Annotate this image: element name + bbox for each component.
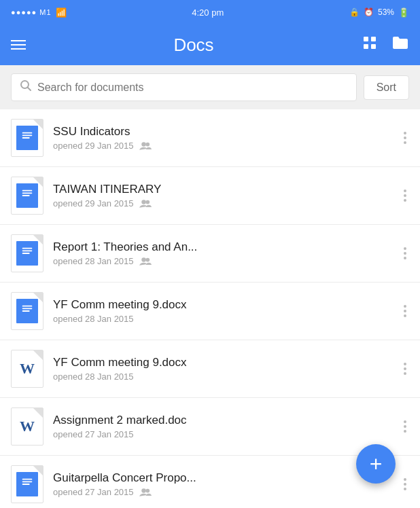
google-doc-icon xyxy=(11,177,43,215)
svg-rect-17 xyxy=(22,250,33,251)
svg-rect-16 xyxy=(22,248,33,249)
doc-date: opened 28 Jan 2015 xyxy=(53,314,134,324)
doc-date: opened 28 Jan 2015 xyxy=(53,256,134,266)
doc-more-button[interactable] xyxy=(397,360,409,378)
doc-more-button[interactable] xyxy=(397,475,409,493)
doc-icon-container xyxy=(11,465,43,503)
more-dot-2 xyxy=(404,483,406,486)
list-item[interactable]: YF Comm meeting 9.docx opened 28 Jan 201… xyxy=(0,283,420,340)
search-box xyxy=(11,73,357,101)
doc-title: Report 1: Theories and An... xyxy=(53,240,284,254)
doc-date: opened 29 Jan 2015 xyxy=(53,198,134,208)
list-item[interactable]: W Assignment 2 marked.doc opened 27 Jan … xyxy=(0,398,420,456)
doc-meta: opened 29 Jan 2015 xyxy=(53,141,397,151)
google-doc-icon xyxy=(11,119,43,157)
more-dot-2 xyxy=(404,252,406,255)
word-doc-icon: W xyxy=(11,407,43,446)
menu-icon-line3 xyxy=(11,48,26,50)
shared-icon xyxy=(139,257,152,266)
more-dot-3 xyxy=(404,430,406,433)
google-doc-icon xyxy=(11,465,43,503)
doc-info: Assignment 2 marked.doc opened 27 Jan 20… xyxy=(53,414,397,439)
svg-rect-23 xyxy=(22,310,30,312)
more-dot-1 xyxy=(404,247,406,250)
doc-meta: opened 27 Jan 2015 xyxy=(53,429,397,439)
svg-rect-8 xyxy=(22,137,30,139)
svg-rect-11 xyxy=(22,190,33,192)
shared-icon xyxy=(139,141,152,151)
add-document-fab[interactable]: + xyxy=(356,444,396,484)
word-doc-icon: W xyxy=(11,350,43,388)
header-actions xyxy=(362,35,409,55)
document-list: SSU Indicators opened 29 Jan 2015 xyxy=(0,109,420,508)
folder-button[interactable] xyxy=(391,35,409,55)
doc-more-button[interactable] xyxy=(397,187,409,204)
more-dot-2 xyxy=(404,137,406,139)
svg-point-15 xyxy=(145,200,150,204)
svg-rect-24 xyxy=(22,479,33,480)
list-item[interactable]: W YF Comm meeting 9.docx opened 28 Jan 2… xyxy=(0,340,420,398)
alarm-icon: ⏰ xyxy=(364,7,374,17)
doc-date: opened 27 Jan 2015 xyxy=(53,429,134,439)
more-dot-1 xyxy=(404,420,406,423)
svg-point-9 xyxy=(141,142,146,147)
svg-rect-21 xyxy=(22,306,33,307)
doc-more-button[interactable] xyxy=(397,244,409,262)
svg-rect-22 xyxy=(22,308,33,309)
more-dot-1 xyxy=(404,189,406,192)
status-bar: ●●●●● M1 📶 4:20 pm 🔒 ⏰ 53% 🔋 xyxy=(0,0,420,24)
svg-rect-26 xyxy=(22,484,30,485)
search-row: Sort xyxy=(0,65,420,109)
more-dot-3 xyxy=(404,199,406,202)
battery-icon: 🔋 xyxy=(398,7,409,18)
doc-info: TAIWAN ITINERARY opened 29 Jan 2015 xyxy=(53,183,397,208)
doc-more-button[interactable] xyxy=(397,129,409,147)
more-dot-2 xyxy=(404,367,406,370)
more-dot-3 xyxy=(404,372,406,375)
list-item[interactable]: SSU Indicators opened 29 Jan 2015 xyxy=(0,109,420,167)
menu-icon-line1 xyxy=(11,40,26,41)
doc-title: YF Comm meeting 9.docx xyxy=(53,298,284,312)
search-icon xyxy=(20,79,32,95)
sort-button[interactable]: Sort xyxy=(364,75,409,100)
svg-rect-12 xyxy=(22,192,33,194)
doc-meta: opened 28 Jan 2015 xyxy=(53,256,397,266)
status-time: 4:20 pm xyxy=(192,7,224,18)
more-dot-3 xyxy=(404,488,406,490)
wifi-icon: 📶 xyxy=(56,7,67,18)
search-input[interactable] xyxy=(37,81,348,94)
svg-point-14 xyxy=(141,200,146,204)
more-dot-2 xyxy=(404,310,406,312)
more-dot-3 xyxy=(404,314,406,317)
more-dot-2 xyxy=(404,425,406,428)
svg-point-10 xyxy=(145,142,150,146)
status-left: ●●●●● M1 📶 xyxy=(11,7,67,18)
doc-info: SSU Indicators opened 29 Jan 2015 xyxy=(53,125,397,151)
more-dot-1 xyxy=(404,363,406,365)
more-dot-3 xyxy=(404,141,406,144)
page-title: Docs xyxy=(173,35,213,56)
doc-date: opened 29 Jan 2015 xyxy=(53,141,134,151)
doc-title: Guitarpella Concert Propo... xyxy=(53,471,284,485)
svg-point-19 xyxy=(141,257,146,262)
list-item[interactable]: TAIWAN ITINERARY opened 29 Jan 2015 xyxy=(0,167,420,225)
doc-meta: opened 28 Jan 2015 xyxy=(53,314,397,324)
lock-icon: 🔒 xyxy=(349,7,360,17)
menu-button[interactable] xyxy=(11,40,26,50)
doc-info: YF Comm meeting 9.docx opened 28 Jan 201… xyxy=(53,356,397,382)
doc-icon-container xyxy=(11,119,43,157)
svg-rect-0 xyxy=(364,37,368,41)
doc-icon-container: W xyxy=(11,407,43,446)
grid-view-button[interactable] xyxy=(362,35,378,55)
doc-icon-container xyxy=(11,292,43,330)
list-item[interactable]: Report 1: Theories and An... opened 28 J… xyxy=(0,225,420,283)
svg-point-27 xyxy=(141,488,146,493)
doc-more-button[interactable] xyxy=(397,418,409,435)
more-dot-3 xyxy=(404,257,406,259)
doc-more-button[interactable] xyxy=(397,302,409,320)
menu-icon-line2 xyxy=(11,44,26,46)
battery-label: 53% xyxy=(378,7,394,17)
doc-title: SSU Indicators xyxy=(53,125,284,139)
signal-indicator: ●●●●● M1 xyxy=(11,8,52,16)
doc-meta: opened 28 Jan 2015 xyxy=(53,371,397,382)
